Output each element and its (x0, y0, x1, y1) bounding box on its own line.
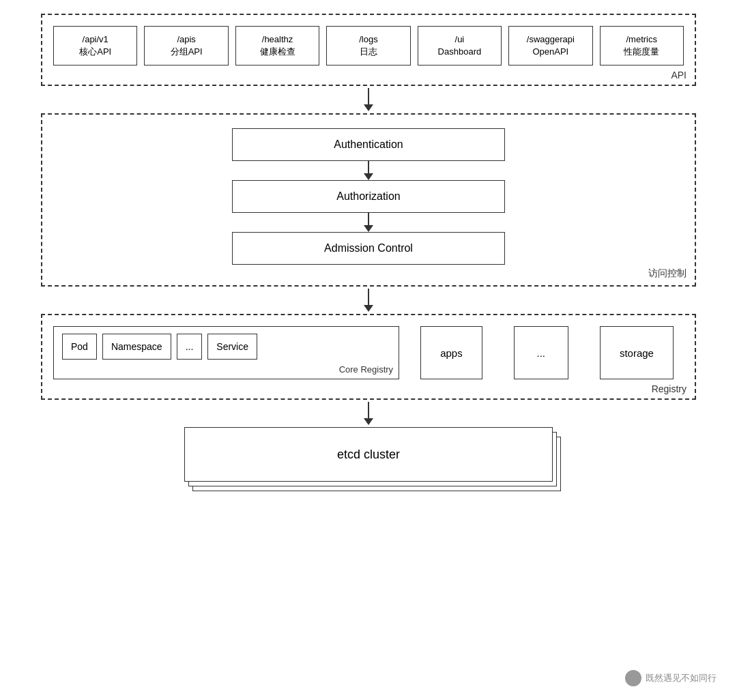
diagram-container: /api/v1 核心API /apis 分组API /healthz 健康检查 … (41, 14, 696, 502)
service-box: Service (207, 334, 257, 360)
registry-label: Registry (652, 383, 687, 394)
admission-control-box: Admission Control (232, 232, 505, 265)
arrow-auth-icon (364, 161, 373, 180)
other-ellipsis-box: ... (514, 326, 568, 379)
api-name-6: 性能度量 (606, 46, 678, 58)
pod-box: Pod (62, 334, 97, 360)
etcd-stack: etcd cluster (184, 427, 553, 482)
api-box-4: /ui Dashboard (418, 26, 502, 65)
watermark-icon (625, 670, 641, 686)
api-path-2: /healthz (242, 33, 313, 46)
core-registry-label: Core Registry (339, 364, 393, 375)
api-label: API (671, 70, 687, 81)
watermark-text: 既然遇见不如同行 (646, 672, 717, 684)
api-box-1: /apis 分组API (144, 26, 228, 65)
arrow-access-to-registry (364, 287, 373, 314)
watermark: 既然遇见不如同行 (625, 670, 717, 686)
arrow-line (368, 161, 369, 173)
namespace-box: Namespace (102, 334, 171, 360)
arrow-down-icon (364, 88, 373, 111)
api-name-4: Dashboard (424, 46, 495, 58)
api-box-3: /logs 日志 (326, 26, 410, 65)
arrow-line (368, 213, 369, 225)
arrow-api-to-access (364, 86, 373, 113)
api-path-5: /swaggerapi (515, 33, 586, 46)
api-name-2: 健康检查 (242, 46, 313, 58)
api-name-0: 核心API (59, 46, 131, 58)
api-path-0: /api/v1 (59, 33, 131, 46)
authentication-box: Authentication (232, 128, 505, 161)
registry-section: Pod Namespace ... Service Core Registry … (41, 314, 696, 400)
arrow-down-icon-2 (364, 289, 373, 312)
arrow-head (364, 173, 373, 180)
apps-box: apps (420, 326, 482, 379)
arrow-authz-icon (364, 213, 373, 232)
arrow-head (364, 418, 373, 425)
api-box-6: /metrics 性能度量 (600, 26, 684, 65)
api-name-5: OpenAPI (515, 46, 586, 58)
storage-box: storage (600, 326, 674, 379)
arrow-head (364, 305, 373, 312)
ellipsis-box: ... (177, 334, 203, 360)
arrow-registry-to-etcd (364, 400, 373, 427)
registry-other: apps ... storage (410, 326, 684, 379)
arrow-line (368, 402, 369, 418)
api-path-4: /ui (424, 33, 495, 46)
arrow-down-icon-3 (364, 402, 373, 425)
arrow-head (364, 104, 373, 111)
api-name-1: 分组API (150, 46, 222, 58)
etcd-main-box: etcd cluster (184, 427, 553, 482)
arrow-line (368, 289, 369, 305)
access-label: 访问控制 (648, 267, 687, 280)
api-boxes: /api/v1 核心API /apis 分组API /healthz 健康检查 … (53, 26, 684, 65)
api-name-3: 日志 (332, 46, 404, 58)
api-section: /api/v1 核心API /apis 分组API /healthz 健康检查 … (41, 14, 696, 86)
api-box-5: /swaggerapi OpenAPI (508, 26, 592, 65)
api-path-1: /apis (150, 33, 222, 46)
core-registry: Pod Namespace ... Service Core Registry (53, 326, 399, 379)
api-path-3: /logs (332, 33, 404, 46)
api-box-0: /api/v1 核心API (53, 26, 137, 65)
api-box-2: /healthz 健康检查 (235, 26, 319, 65)
access-section: Authentication Authorization Admission C… (41, 113, 696, 287)
arrow-head (364, 225, 373, 232)
api-path-6: /metrics (606, 33, 678, 46)
authorization-box: Authorization (232, 180, 505, 213)
etcd-section: etcd cluster (41, 427, 696, 502)
arrow-line (368, 88, 369, 104)
